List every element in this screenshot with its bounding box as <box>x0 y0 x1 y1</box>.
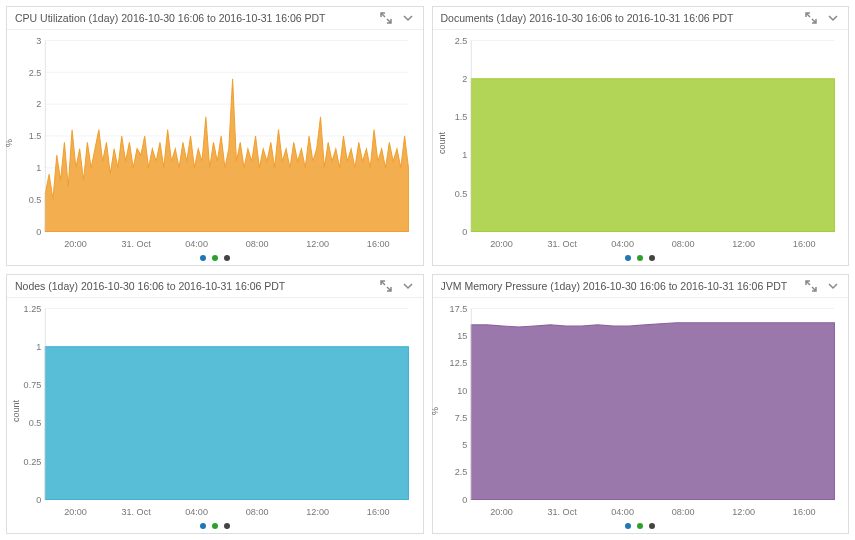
svg-text:1.5: 1.5 <box>29 130 42 141</box>
legend-dot <box>200 523 206 529</box>
svg-text:12.5: 12.5 <box>449 357 467 368</box>
svg-text:0.25: 0.25 <box>24 455 42 466</box>
svg-text:16:00: 16:00 <box>792 237 815 248</box>
panel-title: Documents (1day) 2016-10-30 16:06 to 201… <box>441 12 734 24</box>
legend-dot <box>224 255 230 261</box>
svg-text:31. Oct: 31. Oct <box>121 237 151 248</box>
legend-dots <box>7 255 423 265</box>
legend-dot <box>637 255 643 261</box>
panel-title: JVM Memory Pressure (1day) 2016-10-30 16… <box>441 280 788 292</box>
legend-dot <box>200 255 206 261</box>
legend-dot <box>625 255 631 261</box>
svg-text:5: 5 <box>462 439 467 450</box>
svg-text:04:00: 04:00 <box>611 237 634 248</box>
svg-text:12:00: 12:00 <box>306 237 329 248</box>
legend-dots <box>7 523 423 533</box>
chevron-down-icon[interactable] <box>826 11 840 25</box>
svg-text:16:00: 16:00 <box>792 505 815 516</box>
panel-header: CPU Utilization (1day) 2016-10-30 16:06 … <box>7 7 423 30</box>
chevron-down-icon[interactable] <box>826 279 840 293</box>
expand-icon[interactable] <box>804 279 818 293</box>
svg-text:2: 2 <box>36 98 41 109</box>
svg-text:16:00: 16:00 <box>367 237 390 248</box>
svg-text:31. Oct: 31. Oct <box>121 505 151 516</box>
svg-text:2.5: 2.5 <box>454 34 467 45</box>
expand-icon[interactable] <box>379 279 393 293</box>
svg-text:04:00: 04:00 <box>185 237 208 248</box>
svg-text:0.75: 0.75 <box>24 379 42 390</box>
expand-icon[interactable] <box>379 11 393 25</box>
chart-area: count 00.250.50.7511.2520:0031. Oct04:00… <box>7 298 423 523</box>
chart-svg: 00.511.522.520:0031. Oct04:0008:0012:001… <box>437 34 841 251</box>
svg-text:04:00: 04:00 <box>185 505 208 516</box>
legend-dot <box>212 255 218 261</box>
svg-text:3: 3 <box>36 34 41 45</box>
chart-area: % 02.557.51012.51517.520:0031. Oct04:000… <box>433 298 849 523</box>
svg-text:08:00: 08:00 <box>671 505 694 516</box>
svg-text:2: 2 <box>462 73 467 84</box>
panel-header: Documents (1day) 2016-10-30 16:06 to 201… <box>433 7 849 30</box>
svg-text:08:00: 08:00 <box>671 237 694 248</box>
legend-dots <box>433 523 849 533</box>
svg-text:20:00: 20:00 <box>490 505 513 516</box>
svg-text:7.5: 7.5 <box>454 412 467 423</box>
svg-text:08:00: 08:00 <box>246 237 269 248</box>
svg-text:1: 1 <box>462 149 467 160</box>
svg-text:15: 15 <box>457 330 467 341</box>
panel-cpu: CPU Utilization (1day) 2016-10-30 16:06 … <box>6 6 424 266</box>
svg-text:31. Oct: 31. Oct <box>547 505 577 516</box>
svg-text:12:00: 12:00 <box>732 237 755 248</box>
svg-text:31. Oct: 31. Oct <box>547 237 577 248</box>
svg-text:1.25: 1.25 <box>24 302 42 313</box>
legend-dots <box>433 255 849 265</box>
chart-svg: 00.250.50.7511.2520:0031. Oct04:0008:001… <box>11 302 415 519</box>
expand-icon[interactable] <box>804 11 818 25</box>
svg-text:17.5: 17.5 <box>449 302 467 313</box>
chart-area: % 00.511.522.5320:0031. Oct04:0008:0012:… <box>7 30 423 255</box>
svg-text:0.5: 0.5 <box>29 194 42 205</box>
legend-dot <box>224 523 230 529</box>
panel-title: Nodes (1day) 2016-10-30 16:06 to 2016-10… <box>15 280 285 292</box>
panel-nodes: Nodes (1day) 2016-10-30 16:06 to 2016-10… <box>6 274 424 534</box>
chevron-down-icon[interactable] <box>401 11 415 25</box>
svg-text:12:00: 12:00 <box>732 505 755 516</box>
chart-svg: 00.511.522.5320:0031. Oct04:0008:0012:00… <box>11 34 415 251</box>
panel-title: CPU Utilization (1day) 2016-10-30 16:06 … <box>15 12 326 24</box>
svg-text:0: 0 <box>462 493 467 504</box>
svg-text:0: 0 <box>36 225 41 236</box>
svg-text:20:00: 20:00 <box>490 237 513 248</box>
svg-text:08:00: 08:00 <box>246 505 269 516</box>
svg-text:1.5: 1.5 <box>454 111 467 122</box>
panel-header: JVM Memory Pressure (1day) 2016-10-30 16… <box>433 275 849 298</box>
panel-jvm: JVM Memory Pressure (1day) 2016-10-30 16… <box>432 274 850 534</box>
legend-dot <box>649 523 655 529</box>
svg-text:0.5: 0.5 <box>29 417 42 428</box>
svg-text:10: 10 <box>457 384 467 395</box>
svg-text:2.5: 2.5 <box>454 466 467 477</box>
svg-text:1: 1 <box>36 341 41 352</box>
svg-text:16:00: 16:00 <box>367 505 390 516</box>
chart-area: count 00.511.522.520:0031. Oct04:0008:00… <box>433 30 849 255</box>
y-axis-label: count <box>437 131 447 153</box>
svg-text:0: 0 <box>462 225 467 236</box>
svg-text:2.5: 2.5 <box>29 66 42 77</box>
legend-dot <box>637 523 643 529</box>
panel-docs: Documents (1day) 2016-10-30 16:06 to 201… <box>432 6 850 266</box>
svg-text:0.5: 0.5 <box>454 187 467 198</box>
svg-text:04:00: 04:00 <box>611 505 634 516</box>
y-axis-label: count <box>11 399 21 421</box>
legend-dot <box>212 523 218 529</box>
legend-dot <box>625 523 631 529</box>
chart-svg: 02.557.51012.51517.520:0031. Oct04:0008:… <box>437 302 841 519</box>
y-axis-label: % <box>4 138 14 146</box>
chevron-down-icon[interactable] <box>401 279 415 293</box>
svg-text:1: 1 <box>36 162 41 173</box>
svg-text:20:00: 20:00 <box>64 237 87 248</box>
svg-text:20:00: 20:00 <box>64 505 87 516</box>
panel-header: Nodes (1day) 2016-10-30 16:06 to 2016-10… <box>7 275 423 298</box>
svg-text:12:00: 12:00 <box>306 505 329 516</box>
legend-dot <box>649 255 655 261</box>
svg-text:0: 0 <box>36 493 41 504</box>
y-axis-label: % <box>430 406 440 414</box>
